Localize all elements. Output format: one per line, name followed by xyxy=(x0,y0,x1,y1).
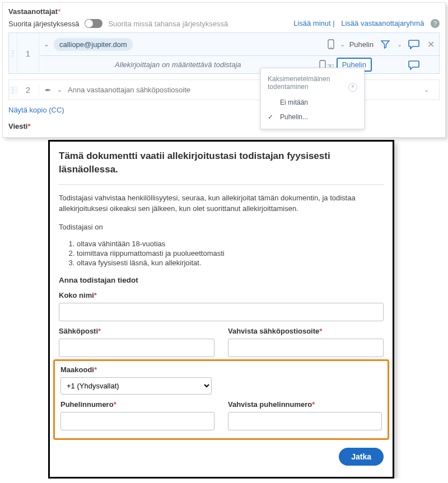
recipient-row-2: ⋮ 2 ✒ ⌄ ⌄ xyxy=(8,79,440,100)
recipient-email-chip[interactable]: calliope@jupiter.dom xyxy=(54,38,133,51)
auth-dropdown: Kaksimenetelmäinen todentaminen × Ei mit… xyxy=(260,68,365,129)
witness-modal: Tämä dokumentti vaatii allekirjoitustasi… xyxy=(48,140,394,479)
required-star: * xyxy=(27,122,30,130)
phone-confirm-label: Vahvista puhelinnumero xyxy=(228,400,312,409)
chevron-down-icon[interactable]: ⌄ xyxy=(54,86,66,93)
requirement-item: oltava fyysisesti läsnä, kun allekirjoit… xyxy=(77,259,384,267)
show-cc-link[interactable]: Näytä kopio (CC) xyxy=(8,106,64,114)
row-number: 2 xyxy=(17,85,39,95)
drag-handle-icon[interactable]: ⋮ xyxy=(9,86,17,95)
phone-label: Puhelinnumero xyxy=(60,400,114,409)
auth-method-label: Puhelin xyxy=(348,40,377,49)
dropdown-title: Kaksimenetelmäinen todentaminen xyxy=(268,75,330,91)
remove-recipient-icon[interactable]: ✕ xyxy=(422,39,439,50)
required-star: * xyxy=(58,7,60,16)
recipient-row-1: ⋮ 1 ⌄ calliope@jupiter.dom ⌄ Puhelin ⌄ ✕… xyxy=(8,32,440,74)
recipients-label: Vastaanottajat xyxy=(8,7,58,16)
phone-input[interactable] xyxy=(60,412,214,430)
add-group-link[interactable]: Lisää vastaanottajaryhmä xyxy=(341,19,424,27)
chevron-down-icon[interactable]: ⌄ xyxy=(394,41,405,48)
country-label: Maakoodi xyxy=(60,365,94,374)
drag-handle-icon[interactable]: ⋮ xyxy=(9,33,17,73)
message-icon[interactable] xyxy=(405,39,422,49)
phone-confirm-input[interactable] xyxy=(228,412,382,430)
message-label: Viesti xyxy=(8,122,27,130)
filter-icon[interactable] xyxy=(377,40,394,49)
pen-icon[interactable]: ✒ xyxy=(43,86,54,95)
requirement-item: toimittava riippumattomasti ja puolueett… xyxy=(77,249,384,257)
chevron-down-icon[interactable]: ⌄ xyxy=(421,86,432,93)
requirement-item: oltava vähintään 18-vuotias xyxy=(77,240,384,248)
email-input[interactable] xyxy=(59,339,214,357)
chevron-down-icon[interactable]: ⌄ xyxy=(337,41,348,48)
any-order-label: Suorita missä tahansa järjestyksessä xyxy=(108,20,228,28)
dropdown-option-none[interactable]: Ei mitään xyxy=(261,95,364,110)
svg-point-1 xyxy=(330,47,332,48)
email-label: Sähköposti xyxy=(59,327,98,335)
email-confirm-input[interactable] xyxy=(228,339,384,357)
fullname-input[interactable] xyxy=(59,303,384,321)
modal-description: Todistajasi vahvistaa henkilöllisyytesi,… xyxy=(59,193,384,214)
email-confirm-label: Vahvista sähköpostiosoite xyxy=(228,327,319,335)
modal-title: Tämä dokumentti vaatii allekirjoitustasi… xyxy=(59,149,384,176)
chevron-down-icon[interactable]: ⌄ xyxy=(39,40,54,48)
recipient-email-input[interactable] xyxy=(66,80,421,100)
fullname-label: Koko nimi xyxy=(59,291,94,299)
order-label: Suorita järjestyksessä xyxy=(8,20,79,28)
country-select[interactable]: +1 (Yhdysvallat) xyxy=(60,377,212,395)
continue-button[interactable]: Jatka xyxy=(339,448,384,466)
modal-intro: Todistajasi on xyxy=(59,222,384,233)
order-toggle[interactable] xyxy=(85,19,102,28)
help-icon[interactable]: ? xyxy=(431,19,440,28)
add-me-link[interactable]: Lisää minut xyxy=(293,19,330,27)
phone-highlight-box: Maakoodi* +1 (Yhdysvallat) Puhelinnumero… xyxy=(53,359,389,440)
section-heading: Anna todistajan tiedot xyxy=(59,276,384,284)
close-icon[interactable]: × xyxy=(348,83,357,92)
message-icon[interactable] xyxy=(405,60,422,70)
phone-icon xyxy=(325,39,337,49)
dropdown-option-phone[interactable]: Puhelin... xyxy=(261,110,364,124)
row-number: 1 xyxy=(17,33,39,73)
